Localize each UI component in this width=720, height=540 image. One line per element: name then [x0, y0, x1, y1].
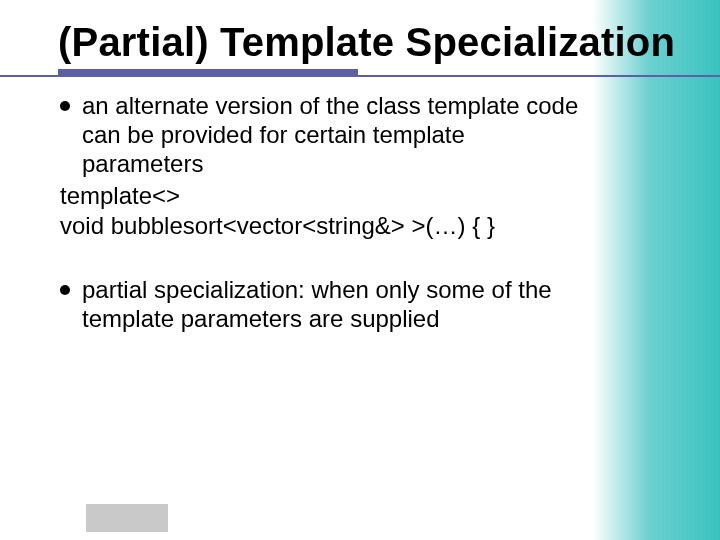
bullet-dot-icon — [60, 101, 70, 111]
bullet-text: an alternate version of the class templa… — [82, 91, 590, 179]
code-block: template<> void bubblesort<vector<string… — [60, 181, 590, 241]
bullet-item: an alternate version of the class templa… — [60, 91, 590, 179]
title-block: (Partial) Template Specialization — [0, 20, 720, 65]
bullet-text: partial specialization: when only some o… — [82, 275, 590, 334]
code-line: void bubblesort<vector<string&> >(…) { } — [60, 211, 590, 241]
footer-placeholder-rect — [86, 504, 168, 532]
slide-body: an alternate version of the class templa… — [0, 77, 720, 333]
slide-container: (Partial) Template Specialization an alt… — [0, 0, 720, 540]
bullet-dot-icon — [60, 285, 70, 295]
slide-title: (Partial) Template Specialization — [58, 20, 720, 65]
vertical-spacer — [60, 241, 590, 275]
title-underline — [0, 69, 720, 77]
code-line: template<> — [60, 181, 590, 211]
bullet-item: partial specialization: when only some o… — [60, 275, 590, 334]
